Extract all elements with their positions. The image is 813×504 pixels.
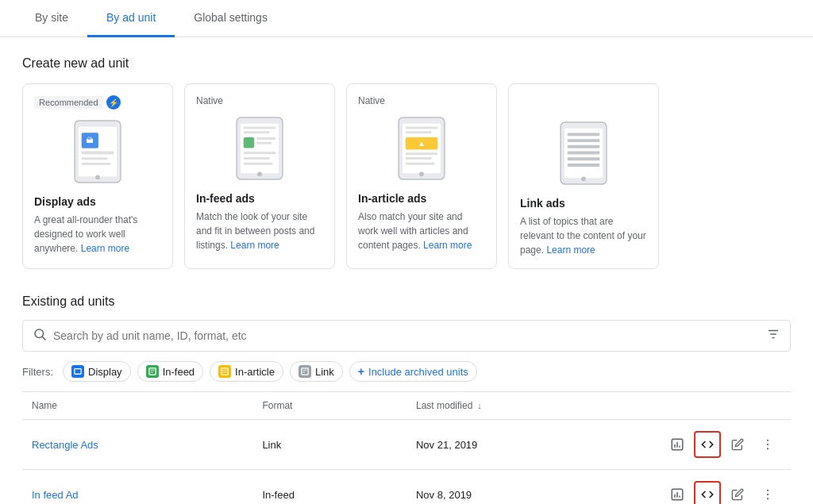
display-learn-more[interactable]: Learn more	[81, 243, 129, 254]
tabs-bar: By site By ad unit Global settings	[0, 0, 813, 37]
svg-point-58	[767, 440, 769, 441]
get-code-button[interactable]	[694, 481, 721, 504]
svg-line-39	[42, 337, 45, 340]
filter-in-feed[interactable]: In-feed	[137, 361, 203, 382]
in-article-card-image: ▲	[358, 113, 485, 184]
in-article-card-title: In-article ads	[358, 192, 485, 205]
svg-rect-16	[244, 157, 270, 160]
svg-rect-22	[406, 131, 432, 133]
in-feed-learn-more[interactable]: Learn more	[230, 240, 279, 251]
row-format: In-feed	[252, 470, 406, 505]
display-ads-card[interactable]: Recommended ⚡ 🏔 Display ads A great all-…	[22, 83, 173, 269]
filter-link[interactable]: Link	[290, 361, 343, 382]
filter-include-archived[interactable]: + Include archived units	[349, 361, 477, 382]
svg-point-59	[767, 444, 769, 445]
svg-rect-31	[568, 133, 600, 136]
svg-rect-34	[568, 152, 600, 155]
display-card-desc: A great all-rounder that's designed to w…	[34, 213, 161, 256]
filter-display[interactable]: Display	[63, 361, 131, 382]
svg-rect-21	[406, 127, 438, 129]
svg-rect-45	[148, 368, 155, 375]
row-name-link[interactable]: Rectangle Ads	[32, 439, 98, 451]
col-header-name: Name	[22, 392, 252, 420]
link-learn-more[interactable]: Learn more	[546, 244, 595, 256]
svg-point-60	[767, 448, 769, 449]
svg-text:▲: ▲	[418, 139, 426, 148]
filters-label: Filters:	[22, 366, 53, 378]
link-card-desc: A list of topics that are relevant to th…	[520, 214, 647, 257]
in-feed-badge: Native	[196, 95, 323, 106]
svg-point-38	[35, 329, 44, 338]
col-header-last-modified[interactable]: Last modified ↓	[406, 392, 599, 420]
svg-rect-43	[75, 369, 81, 375]
tab-by-ad-unit[interactable]: By ad unit	[87, 0, 175, 37]
in-article-badge: Native	[358, 95, 485, 106]
in-feed-badge-label: Native	[196, 95, 223, 106]
in-feed-card-desc: Match the look of your site and fit in b…	[196, 210, 323, 252]
in-article-chip-icon	[218, 365, 231, 378]
more-options-button[interactable]	[754, 481, 781, 504]
archived-chip-label: Include archived units	[368, 366, 468, 378]
col-header-format: Format	[252, 392, 406, 420]
svg-rect-15	[244, 152, 276, 154]
sort-desc-icon: ↓	[477, 401, 482, 410]
in-article-ads-card[interactable]: Native ▲ In-article ads Also ma	[346, 83, 497, 269]
svg-rect-4	[82, 152, 114, 155]
svg-rect-14	[256, 142, 272, 144]
col-header-actions	[599, 392, 791, 420]
in-article-badge-label: Native	[358, 95, 385, 106]
svg-rect-33	[568, 145, 600, 148]
action-buttons	[608, 431, 781, 458]
lightning-icon: ⚡	[106, 95, 121, 110]
row-last-modified: Nov 21, 2019	[406, 420, 599, 470]
svg-point-28	[419, 171, 424, 176]
svg-rect-51	[302, 368, 308, 375]
svg-rect-36	[568, 164, 600, 167]
svg-point-67	[767, 498, 769, 499]
svg-rect-10	[244, 127, 276, 129]
svg-rect-5	[82, 157, 108, 160]
row-name-link[interactable]: In feed Ad	[32, 489, 79, 501]
add-icon: +	[358, 365, 364, 378]
link-ads-card[interactable]: Link ads A list of topics that are relev…	[508, 83, 659, 269]
existing-section-title: Existing ad units	[22, 294, 791, 309]
filter-in-article[interactable]: In-article	[210, 361, 283, 382]
svg-rect-9	[241, 124, 279, 174]
display-chip-icon	[71, 365, 84, 378]
svg-rect-27	[406, 163, 435, 165]
search-bar	[22, 320, 791, 352]
in-feed-ads-card[interactable]: Native In-feed ads	[184, 83, 335, 269]
reports-button[interactable]	[664, 481, 691, 504]
edit-button[interactable]	[724, 431, 751, 458]
in-feed-card-title: In-feed ads	[196, 192, 323, 205]
row-format: Link	[252, 420, 406, 470]
link-chip-label: Link	[315, 366, 334, 378]
in-article-card-desc: Also match your site and work well with …	[358, 210, 485, 252]
row-name: In feed Ad	[22, 470, 252, 505]
svg-point-7	[95, 175, 100, 179]
link-card-title: Link ads	[520, 197, 647, 210]
in-feed-card-image	[196, 113, 323, 184]
svg-rect-48	[222, 368, 228, 375]
svg-rect-11	[244, 131, 270, 133]
more-options-button[interactable]	[754, 431, 781, 458]
in-article-learn-more[interactable]: Learn more	[423, 240, 472, 251]
ad-unit-cards: Recommended ⚡ 🏔 Display ads A great all-…	[22, 83, 791, 269]
filter-icon[interactable]	[766, 327, 780, 344]
search-icon	[33, 327, 47, 344]
get-code-button[interactable]	[694, 431, 721, 458]
tab-by-site[interactable]: By site	[16, 0, 87, 37]
svg-point-18	[257, 171, 262, 176]
in-feed-chip-label: In-feed	[163, 366, 195, 378]
display-chip-label: Display	[88, 366, 122, 378]
edit-button[interactable]	[724, 481, 751, 504]
reports-button[interactable]	[664, 431, 691, 458]
in-article-chip-label: In-article	[235, 366, 275, 378]
svg-rect-35	[568, 157, 600, 160]
tab-global-settings[interactable]: Global settings	[175, 0, 287, 37]
svg-point-66	[767, 494, 769, 495]
table-row: In feed Ad In-feed Nov 8, 2019	[22, 470, 791, 505]
svg-rect-12	[244, 137, 255, 148]
search-input[interactable]	[53, 329, 766, 342]
in-feed-chip-icon	[146, 365, 159, 378]
